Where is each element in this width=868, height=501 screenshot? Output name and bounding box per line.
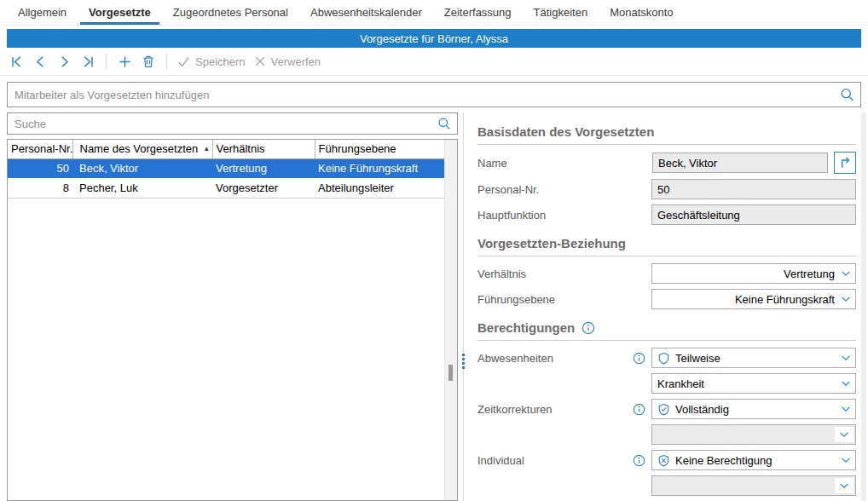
supervisor-detail-pane: Basisdaten des Vorgesetzten Name Beck, V… <box>475 112 868 501</box>
cell-fuehrungsebene: Abteilungsleiter <box>315 178 444 198</box>
search-icon[interactable] <box>840 88 854 102</box>
form-row-zeitkorrekturen: Zeitkorrekturen Vollständig <box>477 399 856 419</box>
toolbar-separator <box>106 54 107 69</box>
section-heading-berechtigungen: Berechtigungen <box>477 320 856 341</box>
info-icon[interactable] <box>633 454 645 467</box>
supervisor-table: Personal-Nr. Name des Vorgesetzten▲ Verh… <box>7 139 458 501</box>
verhaeltnis-value: Vertretung <box>784 268 836 280</box>
cell-personal-nr: 50 <box>8 158 72 178</box>
record-toolbar: Speichern Verwerfen <box>7 48 861 75</box>
shield-icon <box>657 352 670 365</box>
section-heading-text: Vorgesetzten-Beziehung <box>477 236 626 250</box>
tab-monatskonto[interactable]: Monatskonto <box>599 0 684 25</box>
chevron-down-icon <box>836 403 855 415</box>
tab-zugeordnetes-personal[interactable]: Zugeordnetes Personal <box>162 0 299 25</box>
add-supervisor-search-input[interactable] <box>8 83 860 107</box>
tab-allgemein[interactable]: Allgemein <box>7 0 78 25</box>
form-row-individual-detail <box>477 475 856 496</box>
tab-vorgesetzte[interactable]: Vorgesetzte <box>78 0 162 25</box>
fuehrungsebene-dropdown[interactable]: Keine Führungskraft <box>651 289 856 309</box>
previous-record-button[interactable] <box>31 52 49 71</box>
cell-verhaeltnis: Vertretung <box>212 158 315 178</box>
table-scrollbar[interactable] <box>444 140 457 500</box>
toolbar-separator <box>166 54 167 69</box>
hauptfunktion-field: Geschäftsleitung <box>651 204 856 225</box>
tab-bar: Allgemein Vorgesetzte Zugeordnetes Perso… <box>0 0 868 26</box>
column-header-verhaeltnis[interactable]: Verhältnis <box>212 140 315 158</box>
shield-x-icon <box>657 454 670 467</box>
abwesenheiten-level-value: Teilweise <box>675 352 720 365</box>
chevron-down-icon <box>836 268 855 279</box>
zeitkorrekturen-detail-dropdown[interactable] <box>651 424 856 445</box>
delete-record-button[interactable] <box>139 52 158 71</box>
list-filter-input[interactable] <box>8 113 457 134</box>
discard-button-label: Verwerfen <box>271 55 321 68</box>
search-icon[interactable] <box>437 117 451 130</box>
name-field: Beck, Viktor <box>652 153 828 173</box>
trash-icon <box>142 55 155 68</box>
section-heading-beziehung: Vorgesetzten-Beziehung <box>477 236 856 256</box>
form-row-abwesenheiten: Abwesenheiten Teilweise <box>477 348 856 368</box>
info-icon[interactable] <box>633 403 645 416</box>
tab-abwesenheitskalender[interactable]: Abwesenheitskalender <box>299 0 433 25</box>
first-record-button[interactable] <box>7 52 26 71</box>
detail-scrollbar[interactable] <box>861 112 866 501</box>
info-icon[interactable] <box>582 321 595 335</box>
hauptfunktion-label: Hauptfunktion <box>477 209 651 222</box>
info-icon[interactable] <box>633 352 645 365</box>
previous-record-icon <box>34 55 47 68</box>
pane-splitter[interactable] <box>458 112 475 501</box>
page-title-text: Vorgesetzte für Börner, Alyssa <box>360 32 508 45</box>
form-row-name: Name Beck, Viktor <box>477 152 856 174</box>
add-record-button[interactable] <box>115 52 134 71</box>
tab-taetigkeiten[interactable]: Tätigkeiten <box>523 0 599 25</box>
individual-permission-dropdown[interactable]: Keine Berechtigung <box>651 450 856 470</box>
form-row-zeitkorrekturen-detail <box>477 424 856 445</box>
page-title: Vorgesetzte für Börner, Alyssa <box>7 29 861 48</box>
column-header-personal-nr[interactable]: Personal-Nr. <box>8 140 72 158</box>
form-row-fuehrungsebene: Führungsebene Keine Führungskraft <box>477 289 856 309</box>
next-record-icon <box>58 55 71 68</box>
verhaeltnis-dropdown[interactable]: Vertretung <box>651 263 856 284</box>
last-record-icon <box>82 55 95 68</box>
table-row[interactable]: 50 Beck, Viktor Vertretung Keine Führung… <box>8 158 444 178</box>
next-record-button[interactable] <box>55 52 73 71</box>
abwesenheiten-permission-dropdown[interactable]: Teilweise <box>651 348 856 368</box>
cell-fuehrungsebene: Keine Führungskraft <box>315 158 444 178</box>
tab-zeiterfassung[interactable]: Zeiterfassung <box>433 0 523 25</box>
table-scrollbar-thumb[interactable] <box>448 365 453 381</box>
column-header-name-label: Name des Vorgesetzten <box>80 142 199 155</box>
chevron-down-icon <box>836 352 855 364</box>
content-area: Personal-Nr. Name des Vorgesetzten▲ Verh… <box>7 112 868 501</box>
abwesenheiten-detail-dropdown[interactable]: Krankheit <box>651 373 856 394</box>
table-row[interactable]: 8 Pecher, Luk Vorgesetzter Abteilungslei… <box>8 178 444 198</box>
save-button-label: Speichern <box>195 55 246 68</box>
zeitkorrekturen-permission-dropdown[interactable]: Vollständig <box>651 399 856 419</box>
form-row-verhaeltnis: Verhältnis Vertretung <box>477 263 856 284</box>
column-header-fuehrungsebene[interactable]: Führungsebene <box>315 140 444 158</box>
splitter-grip-icon[interactable] <box>462 354 465 369</box>
check-icon <box>177 55 190 68</box>
fuehrungsebene-value: Keine Führungskraft <box>735 293 836 306</box>
goto-employee-button[interactable] <box>834 152 856 174</box>
plus-icon <box>119 55 131 68</box>
form-row-abwesenheiten-detail: Krankheit <box>477 373 856 394</box>
name-value: Beck, Viktor <box>658 157 717 170</box>
abwesenheiten-label: Abwesenheiten <box>477 352 633 365</box>
form-row-individual: Individual Keine Berechtigung <box>477 450 856 470</box>
chevron-down-icon <box>836 454 855 466</box>
table-header-row: Personal-Nr. Name des Vorgesetzten▲ Verh… <box>8 140 444 158</box>
form-row-personalnr: Personal-Nr. 50 <box>477 179 856 199</box>
zeitkorrekturen-level-value: Vollständig <box>675 403 729 416</box>
first-record-icon <box>10 55 23 68</box>
column-header-name[interactable]: Name des Vorgesetzten▲ <box>72 140 212 158</box>
individual-detail-dropdown[interactable] <box>651 475 856 496</box>
jump-arrow-icon <box>838 156 852 170</box>
save-button[interactable]: Speichern <box>176 55 247 68</box>
discard-button[interactable]: Verwerfen <box>252 55 323 68</box>
chevron-down-icon <box>836 293 855 305</box>
fuehrungsebene-label: Führungsebene <box>477 293 651 306</box>
chevron-down-icon <box>835 478 854 493</box>
last-record-button[interactable] <box>78 52 97 71</box>
list-filter-box <box>7 112 458 135</box>
